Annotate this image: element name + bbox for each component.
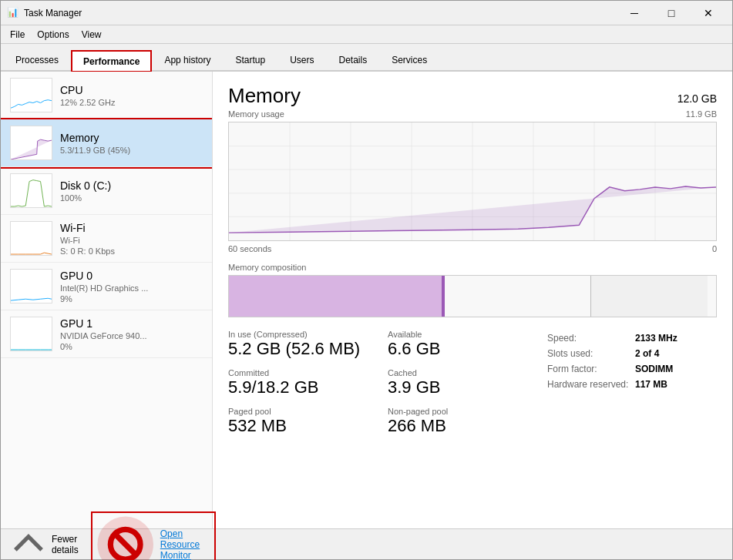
composition-label: Memory composition — [228, 263, 306, 272]
speed-val: 2133 MHz — [635, 333, 717, 344]
memory-label: Memory — [60, 132, 130, 144]
available-label: Available — [388, 330, 532, 339]
content-area: CPU 12% 2.52 GHz Memory 5.3/11.9 GB (45%… — [1, 72, 732, 528]
slots-key: Slots used: — [547, 348, 629, 359]
time-label: 60 seconds — [228, 244, 271, 253]
stats-left: In use (Compressed) 5.2 GB (52.6 MB) Ava… — [228, 330, 532, 445]
disk-detail: 100% — [60, 193, 111, 203]
wifi-detail: S: 0 R: 0 Kbps — [60, 246, 115, 256]
usage-label: Memory usage — [228, 109, 284, 119]
memory-detail: 5.3/11.9 GB (45%) — [60, 146, 130, 155]
gpu0-detail2: Intel(R) HD Graphics ... — [60, 283, 148, 293]
open-rm-label: Open Resource Monitor — [160, 528, 211, 561]
slots-val: 2 of 4 — [635, 348, 717, 359]
sidebar: CPU 12% 2.52 GHz Memory 5.3/11.9 GB (45%… — [1, 72, 213, 528]
comp-in-use — [229, 276, 443, 317]
tab-startup[interactable]: Startup — [224, 49, 277, 70]
task-manager-window: 📊 Task Manager ─ □ ✕ File Options View P… — [0, 0, 733, 560]
tab-services[interactable]: Services — [380, 49, 439, 70]
form-val: SODIMM — [635, 364, 717, 374]
resource-monitor-icon — [96, 515, 155, 560]
disk-info: Disk 0 (C:) 100% — [60, 179, 111, 203]
tab-app-history[interactable]: App history — [153, 49, 222, 70]
title-bar: 📊 Task Manager ─ □ ✕ — [1, 1, 732, 25]
menu-bar: File Options View — [1, 25, 732, 44]
cached-value: 3.9 GB — [388, 377, 532, 397]
fewer-details-label: Fewer details — [52, 534, 80, 555]
menu-view[interactable]: View — [76, 28, 108, 42]
fewer-details-button[interactable]: Fewer details — [10, 526, 80, 560]
cpu-detail: 12% 2.52 GHz — [60, 98, 116, 107]
gpu1-detail: 0% — [60, 342, 147, 351]
nonpaged-value: 266 MB — [388, 416, 532, 436]
gpu1-label: GPU 1 — [60, 317, 147, 330]
comp-cached — [591, 276, 708, 317]
stats-area: In use (Compressed) 5.2 GB (52.6 MB) Ava… — [228, 330, 717, 445]
sidebar-item-gpu1[interactable]: GPU 1 NVIDIA GeForce 940... 0% — [1, 310, 212, 358]
available-value: 6.6 GB — [388, 339, 532, 359]
cached-block: Cached 3.9 GB — [388, 368, 532, 397]
main-panel: Memory 12.0 GB Memory usage 11.9 GB — [213, 72, 732, 528]
cpu-info: CPU 12% 2.52 GHz — [60, 84, 116, 107]
wifi-detail2: Wi-Fi — [60, 236, 115, 245]
tab-users[interactable]: Users — [278, 49, 325, 70]
memory-info: Memory 5.3/11.9 GB (45%) — [60, 132, 130, 155]
paged-value: 532 MB — [228, 416, 372, 436]
chevron-up-icon — [10, 526, 47, 560]
app-icon: 📊 — [7, 7, 19, 19]
memory-thumbnail — [10, 126, 52, 160]
window-controls: ─ □ ✕ — [617, 1, 726, 25]
gpu1-info: GPU 1 NVIDIA GeForce 940... 0% — [60, 317, 147, 351]
committed-block: Committed 5.9/18.2 GB — [228, 368, 372, 397]
committed-label: Committed — [228, 368, 372, 377]
maximize-button[interactable]: □ — [654, 1, 689, 25]
menu-file[interactable]: File — [4, 28, 31, 42]
main-header: Memory 12.0 GB — [228, 84, 717, 108]
graph-time-row: 60 seconds 0 — [228, 244, 717, 253]
reserved-key: Hardware reserved: — [547, 379, 629, 390]
wifi-info: Wi-Fi Wi-Fi S: 0 R: 0 Kbps — [60, 222, 115, 256]
menu-options[interactable]: Options — [31, 28, 75, 42]
memory-usage-graph — [228, 122, 717, 241]
sidebar-item-wifi[interactable]: Wi-Fi Wi-Fi S: 0 R: 0 Kbps — [1, 215, 212, 263]
main-total: 12.0 GB — [678, 92, 717, 105]
gpu0-info: GPU 0 Intel(R) HD Graphics ... 9% — [60, 270, 148, 303]
usage-max: 11.9 GB — [686, 109, 717, 119]
gpu1-detail2: NVIDIA GeForce 940... — [60, 331, 147, 340]
wifi-thumbnail — [10, 221, 52, 256]
wifi-label: Wi-Fi — [60, 222, 115, 234]
reserved-val: 117 MB — [635, 379, 717, 390]
minimize-button[interactable]: ─ — [617, 1, 652, 25]
sidebar-item-cpu[interactable]: CPU 12% 2.52 GHz — [1, 72, 212, 119]
close-button[interactable]: ✕ — [691, 1, 726, 25]
details-right: Speed: 2133 MHz Slots used: 2 of 4 Form … — [547, 330, 717, 445]
bottom-bar: Fewer details Open Resource Monitor — [1, 528, 732, 559]
tab-bar: Processes Performance App history Startu… — [1, 44, 732, 72]
in-use-value: 5.2 GB (52.6 MB) — [228, 339, 372, 359]
disk-thumbnail — [10, 173, 52, 208]
svg-point-11 — [99, 518, 152, 560]
usage-label-row: Memory usage 11.9 GB — [228, 109, 717, 119]
paged-label: Paged pool — [228, 407, 372, 416]
gpu0-thumbnail — [10, 269, 52, 303]
tab-details[interactable]: Details — [327, 49, 378, 70]
tab-performance[interactable]: Performance — [72, 51, 151, 72]
comp-available — [445, 276, 591, 317]
cpu-thumbnail — [10, 78, 52, 112]
main-title: Memory — [228, 84, 301, 108]
nonpaged-block: Non-paged pool 266 MB — [388, 407, 532, 436]
speed-key: Speed: — [547, 333, 629, 344]
cached-label: Cached — [388, 368, 532, 377]
time-end: 0 — [712, 244, 717, 253]
sidebar-item-memory[interactable]: Memory 5.3/11.9 GB (45%) — [1, 119, 212, 167]
composition-label-row: Memory composition — [228, 263, 717, 272]
available-block: Available 6.6 GB — [388, 330, 532, 359]
gpu1-thumbnail — [10, 317, 52, 351]
disk-label: Disk 0 (C:) — [60, 179, 111, 192]
in-use-block: In use (Compressed) 5.2 GB (52.6 MB) — [228, 330, 372, 359]
sidebar-item-gpu0[interactable]: GPU 0 Intel(R) HD Graphics ... 9% — [1, 263, 212, 310]
tab-processes[interactable]: Processes — [4, 49, 70, 70]
in-use-label: In use (Compressed) — [228, 330, 372, 339]
sidebar-item-disk[interactable]: Disk 0 (C:) 100% — [1, 167, 212, 215]
open-resource-monitor-button[interactable]: Open Resource Monitor — [92, 513, 214, 560]
